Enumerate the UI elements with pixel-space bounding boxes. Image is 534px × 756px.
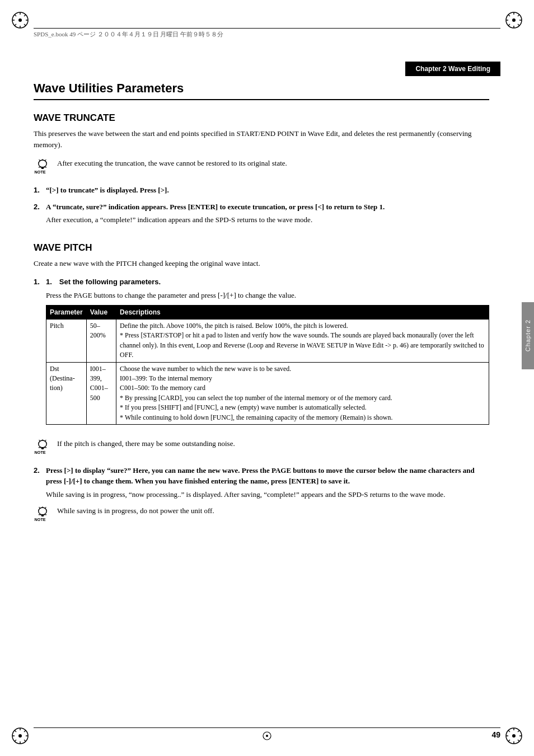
svg-line-56 [39,508,40,509]
pitch-step2-block: 2. Press [>] to display “sure?” Here, yo… [34,465,489,500]
step-text-1: “[>] to truncate” is displayed. Press [>… [46,186,169,194]
table-header-desc: Descriptions [116,306,489,320]
param-table: Parameter Value Descriptions Pitch 50–20… [46,305,489,425]
table-cell-param-dst: Dst(Destina-tion) [46,362,87,424]
svg-point-40 [39,160,46,167]
note-icon-1: NOTE [34,159,51,177]
table-row-pitch: Pitch 50–200% Define the pitch. Above 10… [46,320,489,363]
svg-line-29 [15,740,16,741]
step-content-2: A “truncate, sure?” indication appears. … [46,201,385,226]
svg-text:NOTE: NOTE [35,450,46,455]
section-intro-truncate: This preserves the wave between the star… [34,128,489,150]
side-tab-text: Chapter 2 [524,320,531,351]
svg-point-54 [39,508,46,515]
note-icon-2: NOTE [34,439,51,457]
header-bar: SPDS_e.book 49 ページ ２００４年４月１９日 月曜日 午前９時５８… [34,28,500,39]
side-chapter-tab: Chapter 2 [522,302,534,369]
svg-line-18 [518,15,519,16]
step-truncate-2: 2. A “truncate, sure?” indication appear… [34,201,489,226]
svg-line-57 [45,508,46,509]
chapter-label: Chapter 2 Wave Editing [405,62,500,76]
pitch-sub-heading: 1. Set the following parameters. [46,276,489,288]
note-icon-3: NOTE [34,506,51,524]
page-title: Wave Utilities Parameters [34,81,489,100]
svg-point-47 [39,440,46,448]
svg-text:NOTE: NOTE [35,517,46,522]
svg-line-7 [24,24,26,26]
svg-line-8 [24,15,26,16]
svg-point-59 [41,515,44,516]
svg-line-38 [518,730,519,732]
svg-point-21 [18,734,22,738]
note-block-2: NOTE If the pitch is changed, there may … [34,438,489,457]
pitch-sub-intro: Press the PAGE buttons to change the par… [46,290,489,301]
svg-line-39 [508,740,510,741]
svg-line-49 [39,440,40,441]
svg-line-42 [39,159,40,161]
note-text-3: While saving is in progress, do not powe… [57,505,214,516]
svg-point-45 [41,167,44,169]
table-header-param: Parameter [46,306,87,320]
svg-line-27 [24,740,26,741]
corner-br [504,726,524,746]
table-row-dst: Dst(Destina-tion) I001–399,C001–500 Choo… [46,362,489,424]
svg-line-6 [15,15,16,16]
pitch-step1-block: 1. 1. Set the following parameters. Pres… [34,276,489,433]
note-text-2: If the pitch is changed, there may be so… [57,438,235,449]
svg-line-26 [15,730,16,732]
pitch-step2-num: 2. [34,465,46,500]
step-num-2: 2. [34,201,46,226]
svg-line-19 [508,24,510,26]
section-wave-pitch: WAVE PITCH Create a new wave with the PI… [34,242,489,525]
section-wave-truncate: WAVE TRUNCATE This preserves the wave be… [34,112,489,226]
svg-point-31 [512,734,516,738]
section-heading-pitch: WAVE PITCH [34,242,489,253]
note-block-1: NOTE After executing the truncation, the… [34,158,489,177]
table-cell-value-pitch: 50–200% [86,320,116,363]
table-cell-param-pitch: Pitch [46,320,87,363]
center-marker-bottom [261,730,273,744]
svg-line-9 [15,24,16,26]
corner-tl [10,10,30,30]
step-truncate-1: 1. “[>] to truncate” is displayed. Press… [34,185,489,196]
section-heading-truncate: WAVE TRUNCATE [34,112,489,124]
table-header-value: Value [86,306,116,320]
pitch-step1-content: 1. Set the following parameters. Press t… [46,276,489,433]
section-intro-pitch: Create a new wave with the PITCH changed… [34,258,489,269]
svg-line-36 [508,730,510,732]
step-sub-2: After execution, a “complete!” indicatio… [46,214,385,226]
svg-point-11 [512,18,516,22]
note-text-1: After executing the truncation, the wave… [57,158,287,169]
svg-line-37 [518,740,519,741]
header-file-info: SPDS_e.book 49 ページ ２００４年４月１９日 月曜日 午前９時５８… [34,30,223,39]
table-cell-value-dst: I001–399,C001–500 [86,362,116,424]
corner-tr [504,10,524,30]
main-content: Wave Utilities Parameters WAVE TRUNCATE … [34,81,489,722]
page-number: 49 [491,730,500,739]
svg-point-62 [266,735,268,737]
pitch-step1-num: 1. [34,276,46,433]
step-num-1: 1. [34,185,46,196]
step-content-1: “[>] to truncate” is displayed. Press [>… [46,185,169,196]
svg-line-28 [24,730,26,732]
pitch-step2-sub: While saving is in progress, “now proces… [46,489,489,500]
svg-point-52 [41,448,44,449]
table-cell-desc-dst: Choose the wave number to which the new … [116,362,489,424]
svg-line-43 [45,159,46,161]
step-text-2: A “truncate, sure?” indication appears. … [46,203,385,211]
pitch-step2-text: Press [>] to display “sure?” Here, you c… [46,466,475,486]
svg-text:NOTE: NOTE [35,170,46,175]
corner-bl [10,726,30,746]
pitch-step2-content: Press [>] to display “sure?” Here, you c… [46,465,489,500]
svg-line-50 [45,440,46,441]
note-block-3: NOTE While saving is in progress, do not… [34,505,489,524]
svg-line-17 [518,24,519,26]
svg-line-16 [508,15,510,16]
svg-point-1 [18,18,22,22]
table-cell-desc-pitch: Define the pitch. Above 100%, the pitch … [116,320,489,363]
